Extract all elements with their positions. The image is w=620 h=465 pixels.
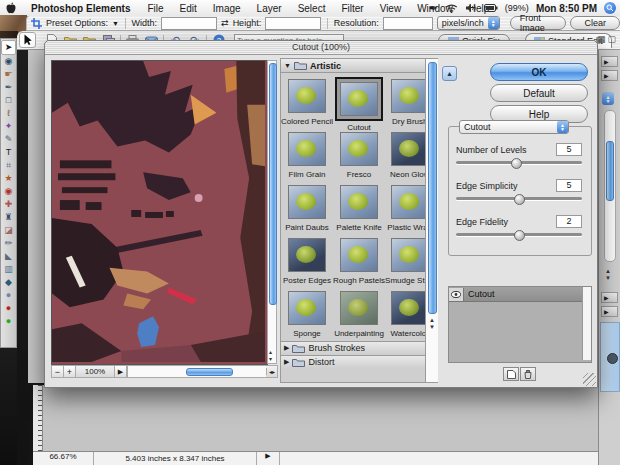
delete-effect-layer-button[interactable] — [520, 367, 536, 381]
wifi-icon[interactable] — [445, 3, 458, 13]
palette-row-collapsed[interactable]: ▶ — [601, 292, 618, 303]
gradient-tool-icon[interactable]: ▥ — [2, 263, 15, 276]
filter-select-popup[interactable]: Cutout ▲▼ — [459, 120, 569, 134]
slider-value-field[interactable]: 2 — [556, 215, 582, 228]
dialog-title-bar[interactable]: Cutout (100%) — [45, 41, 597, 55]
slider-thumb[interactable] — [511, 158, 522, 169]
clone-stamp-tool-icon[interactable]: ♜ — [2, 211, 15, 224]
preview-vscroll-thumb[interactable] — [269, 63, 277, 305]
type-tool-icon[interactable]: T — [2, 146, 15, 159]
selection-brush-tool-icon[interactable]: ✎ — [2, 133, 15, 146]
slider-track[interactable] — [456, 197, 582, 200]
slider-track[interactable] — [456, 161, 582, 164]
battery-icon[interactable] — [484, 4, 498, 12]
marquee-tool-icon[interactable]: □ — [2, 94, 15, 107]
magic-wand-tool-icon[interactable]: ✦ — [2, 120, 15, 133]
width-input[interactable] — [161, 17, 217, 30]
menu-view[interactable]: View — [372, 3, 410, 14]
shape-tool-icon[interactable]: ◆ — [2, 276, 15, 289]
visibility-eye-icon[interactable] — [449, 288, 464, 301]
menu-image[interactable]: Image — [205, 3, 249, 14]
document-canvas[interactable] — [43, 386, 598, 451]
slider-value-field[interactable]: 5 — [556, 179, 582, 192]
resolution-input[interactable] — [383, 17, 433, 30]
apple-menu-icon[interactable] — [0, 2, 22, 14]
foreground-color-swatch-icon[interactable]: ● — [2, 302, 15, 315]
clear-button[interactable]: Clear — [570, 16, 620, 30]
volume-icon[interactable] — [465, 3, 477, 13]
filter-item-colored-pencil[interactable]: Colored Pencil — [281, 73, 333, 126]
ok-button[interactable]: OK — [490, 63, 588, 81]
menu-layer[interactable]: Layer — [249, 3, 290, 14]
spotlight-icon[interactable] — [604, 2, 616, 14]
crop-tool-icon[interactable]: ⌗ — [2, 159, 15, 172]
lasso-tool-icon[interactable]: ℓ — [2, 107, 15, 120]
app-menu[interactable]: Photoshop Elements — [22, 3, 139, 14]
filter-item-underpainting[interactable]: Underpainting — [333, 285, 385, 338]
window-layout-icons[interactable]: ▦▢ — [597, 34, 618, 44]
palette-stepper-icon[interactable]: ▲▼ — [602, 92, 614, 105]
brush-tool-icon[interactable]: ✏ — [2, 237, 15, 250]
effect-layers-scrollbar[interactable] — [582, 287, 591, 360]
menu-filter[interactable]: Filter — [333, 3, 371, 14]
filter-preview[interactable] — [51, 60, 268, 365]
category-brush-strokes-header[interactable]: ▶Brush Strokes — [281, 341, 425, 354]
eyedropper-tool-icon[interactable]: ✒ — [2, 81, 15, 94]
zoom-popup-arrow-icon[interactable]: ▶ — [114, 366, 127, 377]
filter-item-cutout[interactable]: Cutout — [333, 73, 385, 126]
resolution-units-popup[interactable]: pixels/inch ▲▼ — [437, 16, 500, 30]
red-eye-tool-icon[interactable]: ◉ — [2, 185, 15, 198]
palette-row-collapsed[interactable]: ▶ — [601, 70, 618, 81]
ink-pen-icon[interactable]: ✒ — [429, 2, 438, 15]
eraser-tool-icon[interactable]: ◪ — [2, 224, 15, 237]
palette-scroll-arrows-icon[interactable]: ▲▼ — [605, 268, 611, 282]
default-button[interactable]: Default — [490, 84, 588, 102]
browser-scroll-thumb[interactable] — [428, 62, 437, 314]
zoom-out-button[interactable]: − — [52, 366, 64, 377]
zoom-tool-icon[interactable]: ◉ — [2, 55, 15, 68]
menu-file[interactable]: File — [139, 3, 171, 14]
preset-options-label[interactable]: Preset Options: — [46, 18, 108, 28]
slider-value-field[interactable]: 5 — [556, 143, 582, 156]
menu-clock[interactable]: Mon 8:50 PM — [536, 3, 597, 14]
front-image-button[interactable]: Front Image — [510, 16, 567, 30]
cookie-cutter-tool-icon[interactable]: ★ — [2, 172, 15, 185]
preview-horizontal-scrollbar[interactable] — [127, 366, 266, 377]
hand-tool-icon[interactable]: ☛ — [2, 68, 15, 81]
filter-item-paint-daubs[interactable]: Paint Daubs — [281, 179, 333, 232]
menu-select[interactable]: Select — [290, 3, 334, 14]
slider-track[interactable] — [456, 233, 582, 236]
collapse-panel-button[interactable]: ▲ — [442, 66, 457, 81]
menu-edit[interactable]: Edit — [172, 3, 205, 14]
preview-hscroll-thumb[interactable] — [186, 368, 233, 376]
preview-vscroll-arrows-icon[interactable]: ▴▾ — [269, 349, 272, 363]
filter-item-film-grain[interactable]: Film Grain — [281, 126, 333, 179]
effect-layer-row[interactable]: Cutout — [449, 287, 591, 302]
preset-options-arrow-icon[interactable]: ▼ — [112, 20, 119, 27]
filter-item-fresco[interactable]: Fresco — [333, 126, 385, 179]
palette-scroll-thumb[interactable] — [606, 141, 614, 201]
filter-item-palette-knife[interactable]: Palette Knife — [333, 179, 385, 232]
paint-bucket-tool-icon[interactable]: ◣ — [2, 250, 15, 263]
slider-thumb[interactable] — [514, 194, 525, 205]
swap-dimensions-icon[interactable]: ⇄ — [221, 18, 229, 28]
preview-vertical-scrollbar[interactable] — [267, 60, 277, 364]
filter-item-rough-pastels[interactable]: Rough Pastels — [333, 232, 385, 285]
palette-scrollbar[interactable] — [604, 110, 616, 262]
zoom-in-button[interactable]: + — [64, 366, 76, 377]
preview-hscroll-arrows-icon[interactable]: ◂▸ — [266, 368, 277, 375]
move-tool-icon[interactable]: ➤ — [1, 40, 16, 55]
category-artistic-header[interactable]: ▼ Artistic — [281, 59, 425, 73]
new-effect-layer-button[interactable] — [503, 367, 519, 381]
slider-thumb[interactable] — [514, 230, 525, 241]
dialog-resize-grip[interactable] — [583, 373, 596, 386]
filter-item-sponge[interactable]: Sponge — [281, 285, 333, 338]
browser-scrollbar[interactable]: ▲▼ — [425, 59, 438, 382]
palette-row-collapsed[interactable]: ▶ — [601, 56, 618, 67]
palette-knob-icon[interactable] — [607, 353, 618, 364]
zoom-percentage-field[interactable]: 66.67% — [33, 452, 94, 465]
background-color-swatch-icon[interactable]: ● — [2, 315, 15, 328]
category-distort-header[interactable]: ▶Distort — [281, 355, 425, 368]
height-input[interactable] — [265, 17, 321, 30]
palette-row-collapsed[interactable]: ▶ — [601, 306, 618, 317]
